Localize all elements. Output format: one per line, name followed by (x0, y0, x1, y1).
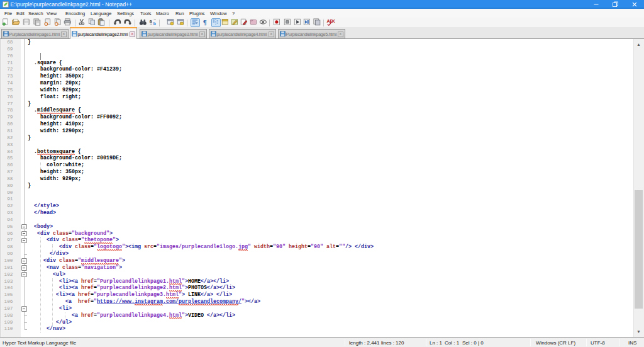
svg-text:¶: ¶ (203, 18, 207, 26)
svg-text:a: a (150, 19, 152, 23)
svg-text:b: b (153, 21, 156, 26)
